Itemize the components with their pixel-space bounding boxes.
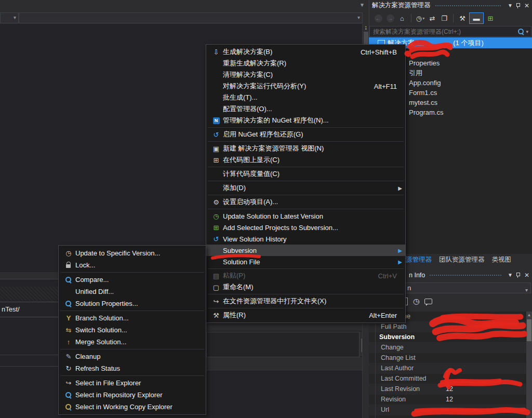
- menu-separator: [60, 349, 204, 349]
- show-all-files-icon[interactable]: ▬: [469, 12, 484, 24]
- pin-icon[interactable]: [515, 272, 521, 278]
- submenu-arrow-icon: ▶: [396, 185, 402, 191]
- wrench-icon: ⚒: [209, 312, 223, 319]
- menu-item-add[interactable]: 添加(D)▶: [206, 182, 405, 194]
- menu-item-solution-file[interactable]: Solution File▶: [206, 256, 405, 267]
- search-icon: [517, 28, 525, 35]
- sync-with-active-document-icon[interactable]: ⊞: [485, 13, 496, 23]
- menu-item-run-code-analysis[interactable]: 对解决方案运行代码分析(Y)Alt+F11: [206, 80, 405, 92]
- forward-icon[interactable]: →: [385, 13, 395, 23]
- history-icon[interactable]: ◷: [413, 297, 419, 305]
- tab-源管理器[interactable]: 源管理器: [406, 255, 432, 264]
- collapse-all-icon[interactable]: ❐: [439, 13, 449, 23]
- menu-item-clean-solution[interactable]: 清理解决方案(C): [206, 69, 405, 80]
- menu-item-add-projects-to-subversion[interactable]: ⊞Add Selected Projects to Subversion...: [206, 222, 405, 233]
- search-options-chevron-icon[interactable]: ▾: [526, 29, 528, 34]
- property-row-url[interactable]: Url: [369, 405, 526, 415]
- menu-item-label: 在文件资源管理器中打开文件夹(X): [223, 296, 326, 306]
- menu-item-set-startup-projects[interactable]: ⚙设置启动项目(A)...: [206, 196, 405, 208]
- property-row-last-author[interactable]: Last Author: [369, 363, 526, 374]
- menu-item-select-in-file-explorer[interactable]: ↪Select in File Explorer: [59, 377, 206, 389]
- menu-item-label: Switch Solution...: [75, 326, 127, 334]
- pending-changes-filter-icon[interactable]: ◷▾: [415, 13, 425, 23]
- splitter-handle-icon[interactable]: ↨: [363, 24, 369, 31]
- menu-item-select-in-working-copy-explorer[interactable]: Select in Working Copy Explorer: [59, 401, 206, 413]
- wc-explorer-icon: [62, 403, 75, 411]
- menu-item-enable-nuget-restore[interactable]: ↺启用 NuGet 程序包还原(G): [206, 129, 405, 140]
- scroll-thumb[interactable]: [364, 32, 368, 44]
- menu-separator: [208, 294, 404, 294]
- menu-item-manage-nuget-packages[interactable]: N管理解决方案的 NuGet 程序包(N)...: [206, 115, 405, 126]
- property-row-revision[interactable]: Revision12: [369, 395, 526, 405]
- menu-item-label: 粘贴(P): [223, 271, 245, 280]
- menu-item-rename[interactable]: ▢重命名(M): [206, 281, 405, 293]
- menu-item-build-solution[interactable]: ⇩生成解决方案(B)Ctrl+Shift+B: [206, 46, 405, 58]
- menu-item-lock[interactable]: Lock...: [59, 259, 206, 271]
- scroll-up-icon[interactable]: ▲: [526, 312, 532, 318]
- refresh-status-icon: ↻: [62, 365, 75, 372]
- menu-item-update-solution-to-latest[interactable]: ◷Update Solution to Latest Version: [206, 210, 405, 222]
- pin-icon[interactable]: [515, 3, 521, 9]
- menu-item-shortcut: Ctrl+V: [378, 272, 402, 280]
- menu-item-rebuild-solution[interactable]: 重新生成解决方案(R): [206, 58, 405, 69]
- menu-item-update-to-specific-version[interactable]: ◷Update to Specific Version...: [59, 247, 206, 259]
- menu-item-switch-solution[interactable]: ⇆Switch Solution...: [59, 324, 206, 336]
- menu-item-subversion[interactable]: Subversion▶: [206, 245, 405, 256]
- properties-scrollbar[interactable]: ▲: [526, 312, 532, 418]
- nav-bar-project-dropdown[interactable]: ▾: [0, 12, 19, 23]
- close-icon[interactable]: ✕: [523, 2, 531, 9]
- menu-item-solution-properties[interactable]: Solution Properties...: [59, 298, 206, 309]
- search-input[interactable]: [370, 28, 517, 35]
- menu-item-configuration-manager[interactable]: 配置管理器(O)...: [206, 103, 405, 115]
- search-box[interactable]: ▾: [369, 26, 531, 37]
- menu-item-show-on-code-map[interactable]: ⊞在代码图上显示(C): [206, 154, 405, 166]
- menu-item-shortcut: Alt+Enter: [369, 312, 402, 319]
- solution-explorer-toolbar: ←→⌂◷▾⇄❐⚒▬⊞: [369, 11, 532, 25]
- property-row-full-path[interactable]: Full Path: [369, 322, 526, 332]
- window-position-chevron-icon[interactable]: ▼: [506, 272, 514, 278]
- comment-icon[interactable]: [424, 299, 432, 304]
- scroll-thumb[interactable]: [527, 319, 531, 341]
- merge-icon: ↑: [62, 338, 75, 346]
- menu-item-label: Subversion: [223, 247, 257, 254]
- menu-item-cleanup[interactable]: ✎Cleanup: [59, 350, 206, 362]
- refresh-icon[interactable]: ⇄: [427, 13, 437, 23]
- menu-separator: [60, 272, 204, 273]
- property-value: [444, 332, 526, 342]
- property-row-change[interactable]: Change: [369, 343, 526, 353]
- menu-item-open-folder-in-file-explorer[interactable]: ↪在文件资源管理器中打开文件夹(X): [206, 295, 405, 307]
- property-row-change-list[interactable]: Change List: [369, 353, 526, 363]
- menu-item-label: Refresh Status: [75, 365, 120, 372]
- menu-item-unified-diff[interactable]: Unified Diff...: [59, 286, 206, 298]
- property-row-last-committed[interactable]: Last Committed: [369, 374, 526, 384]
- menu-item-new-solution-explorer-view[interactable]: ▣新建 解决方案资源管理器 视图(N): [206, 143, 405, 154]
- menu-item-select-in-repository-explorer[interactable]: Select in Repository Explorer: [59, 389, 206, 401]
- toolbar-overflow-chevron-icon[interactable]: ▼: [360, 2, 365, 8]
- back-icon[interactable]: ←: [373, 13, 383, 23]
- close-icon[interactable]: ✕: [523, 272, 531, 279]
- window-position-chevron-icon[interactable]: ▼: [506, 3, 514, 8]
- menu-item-merge-solution[interactable]: ↑Merge Solution...: [59, 336, 206, 348]
- property-row-subversion[interactable]: Subversion: [369, 332, 526, 343]
- tab-团队资源管理器[interactable]: 团队资源管理器: [439, 255, 485, 264]
- properties-icon[interactable]: ⚒: [457, 13, 468, 23]
- divider: [206, 370, 369, 370]
- menu-item-branch-solution[interactable]: YBranch Solution...: [59, 312, 206, 324]
- menu-item-properties[interactable]: ⚒属性(R)Alt+Enter: [206, 309, 405, 321]
- menu-item-view-solution-history[interactable]: ↺View Solution History: [206, 233, 405, 245]
- menu-item-paste[interactable]: ▤粘贴(P)Ctrl+V: [206, 270, 405, 281]
- menu-item-label: Cleanup: [75, 353, 100, 360]
- home-icon[interactable]: ⌂: [397, 13, 407, 23]
- nav-bar-member-dropdown[interactable]: ▾: [19, 12, 363, 23]
- property-value: [446, 363, 526, 373]
- rename-icon: ▢: [209, 284, 223, 291]
- menu-item-label: Branch Solution...: [75, 314, 129, 322]
- menu-item-batch-build[interactable]: 批生成(T)...: [206, 92, 405, 103]
- build-icon: ⇩: [209, 48, 223, 56]
- tab-类视图[interactable]: 类视图: [492, 255, 512, 264]
- menu-item-calculate-code-metrics[interactable]: 计算代码度量值(C): [206, 168, 405, 180]
- vs-window: ▼ ▾ ▾ nTest/ ▲▼ ↨ 解决方案资源管理器 ▼ ✕ ←→⌂◷▾⇄❐⚒…: [0, 0, 532, 418]
- menu-item-compare[interactable]: Compare...: [59, 274, 206, 286]
- menu-item-refresh-status[interactable]: ↻Refresh Status: [59, 362, 206, 374]
- property-row-last-revision[interactable]: Last Revision12: [369, 384, 526, 395]
